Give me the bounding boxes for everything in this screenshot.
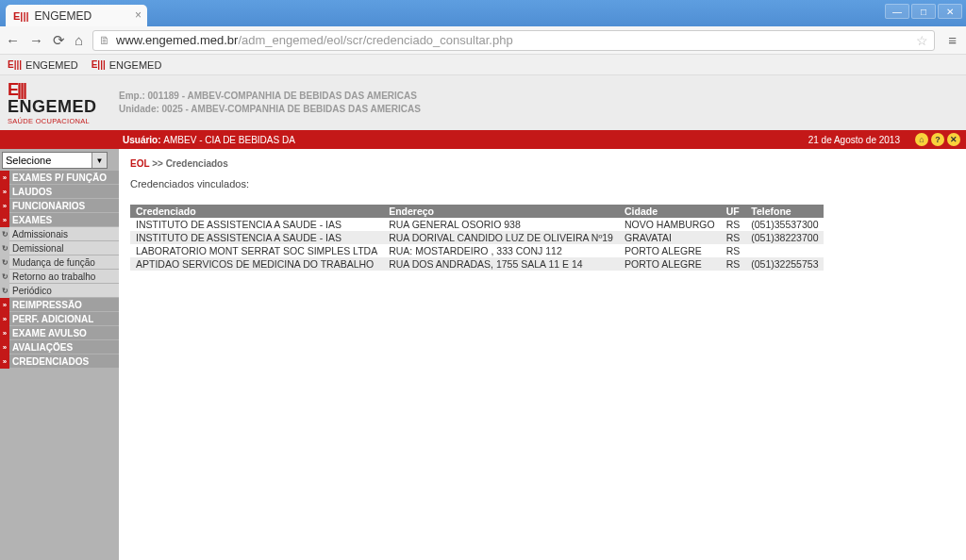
- exit-round-button[interactable]: ✕: [947, 133, 960, 146]
- browser-tab[interactable]: E||| ENGEMED ×: [6, 5, 147, 26]
- unidade-label: Unidade:: [119, 104, 159, 114]
- forward-button[interactable]: →: [29, 32, 43, 48]
- table-cell: NOVO HAMBURGO: [619, 218, 721, 231]
- logo: E||| ENGEMED SAÚDE OCUPACIONAL: [8, 81, 113, 125]
- bookmark-item[interactable]: E||| ENGEMED: [92, 59, 162, 71]
- bookmark-star-icon[interactable]: ☆: [916, 33, 928, 48]
- sidebar-item[interactable]: ↻Mudança de função: [0, 255, 119, 270]
- url-input[interactable]: 🗎 www.engemed.med.br/adm_engemed/eol/scr…: [92, 30, 935, 51]
- page-icon: 🗎: [99, 34, 110, 47]
- sidebar-item-label: Periódico: [12, 286, 52, 296]
- table-row: APTIDAO SERVICOS DE MEDICINA DO TRABALHO…: [130, 257, 824, 271]
- logo-text: ENGEMED: [8, 97, 97, 116]
- table-cell: RUA DORIVAL CANDIDO LUZ DE OLIVEIRA Nº19: [383, 231, 619, 244]
- table-cell: (051)32255753: [745, 257, 824, 271]
- refresh-icon: ↻: [0, 270, 9, 284]
- sidebar-item[interactable]: »EXAME AVULSO: [0, 326, 119, 340]
- refresh-icon: ↻: [0, 284, 9, 298]
- breadcrumb-page: Credenciados: [166, 158, 228, 169]
- sidebar-item[interactable]: ↻Retorno ao trabalho: [0, 270, 119, 284]
- sidebar-select[interactable]: Selecione ▼: [2, 152, 108, 169]
- bookmark-label: ENGEMED: [25, 59, 78, 71]
- browser-tabstrip: E||| ENGEMED × — □ ✕: [0, 0, 966, 26]
- window-minimize-button[interactable]: —: [885, 4, 909, 19]
- table-cell: RUA GENERAL OSORIO 938: [383, 218, 619, 231]
- window-maximize-button[interactable]: □: [911, 4, 936, 19]
- table-header: Telefone: [745, 205, 824, 218]
- sidebar-item-label: Mudança de função: [12, 257, 95, 268]
- sidebar-item[interactable]: »LAUDOS: [0, 185, 119, 199]
- chevron-right-icon: »: [0, 340, 9, 354]
- sidebar-item-label: FUNCIONÁRIOS: [12, 201, 85, 211]
- select-value: Selecione: [6, 155, 51, 166]
- table-cell: PORTO ALEGRE: [619, 257, 721, 271]
- close-tab-icon[interactable]: ×: [135, 8, 142, 22]
- table-row: LABORATORIO MONT SERRAT SOC SIMPLES LTDA…: [130, 244, 824, 257]
- sidebar-item-label: Retorno ao trabalho: [12, 272, 95, 282]
- sidebar-item-label: Admissionais: [12, 229, 68, 239]
- table-header: Cidade: [619, 205, 721, 218]
- table-cell: GRAVATAI: [619, 231, 721, 244]
- table-cell: RS: [721, 218, 746, 231]
- sidebar-item[interactable]: »PERF. ADICIONAL: [0, 312, 119, 326]
- table-header: Credenciado: [130, 205, 383, 218]
- url-host: www.engemed.med.br: [116, 33, 238, 47]
- emp-value: 001189 - AMBEV-COMPANHIA DE BEBIDAS DAS …: [148, 91, 417, 101]
- sidebar-item[interactable]: »REIMPRESSÃO: [0, 298, 119, 312]
- table-cell: LABORATORIO MONT SERRAT SOC SIMPLES LTDA: [130, 244, 383, 257]
- home-button[interactable]: ⌂: [75, 32, 83, 48]
- table-cell: RS: [721, 244, 746, 257]
- unidade-value: 0025 - AMBEV-COMPANHIA DE BEBIDAS DAS AM…: [162, 104, 421, 114]
- chevron-right-icon: »: [0, 185, 9, 199]
- tab-title: ENGEMED: [35, 9, 92, 23]
- sidebar-item[interactable]: ↻Periódico: [0, 284, 119, 298]
- sidebar-item[interactable]: »AVALIAÇÕES: [0, 340, 119, 354]
- page-description: Credenciados vinculados:: [130, 178, 955, 189]
- table-cell: INSTITUTO DE ASSISTENCIA A SAUDE - IAS: [130, 231, 383, 244]
- sidebar: Selecione ▼ »EXAMES P/ FUNÇÃO»LAUDOS»FUN…: [0, 149, 119, 560]
- table-header: UF: [721, 205, 746, 218]
- chevron-right-icon: »: [0, 298, 9, 312]
- window-close-button[interactable]: ✕: [938, 4, 962, 19]
- sidebar-item[interactable]: »FUNCIONÁRIOS: [0, 199, 119, 213]
- table-header: Endereço: [383, 205, 619, 218]
- engemed-favicon: E|||: [8, 59, 22, 70]
- sidebar-item-label: Demissional: [12, 243, 63, 254]
- sidebar-item-label: LAUDOS: [12, 187, 52, 197]
- browser-nav-bar: ← → ⟳ ⌂ 🗎 www.engemed.med.br/adm_engemed…: [0, 26, 966, 55]
- url-path: /adm_engemed/eol/scr/credenciado_consult…: [238, 33, 512, 47]
- company-info: Emp.: 001189 - AMBEV-COMPANHIA DE BEBIDA…: [113, 90, 421, 116]
- user-name: AMBEV - CIA DE BEBIDAS DA: [163, 135, 294, 145]
- sidebar-item[interactable]: »EXAMES P/ FUNÇÃO: [0, 171, 119, 185]
- sidebar-item[interactable]: ↻Demissional: [0, 241, 119, 255]
- table-cell: RS: [721, 257, 746, 271]
- table-cell: INSTITUTO DE ASSISTENCIA A SAUDE - IAS: [130, 218, 383, 231]
- reload-button[interactable]: ⟳: [53, 32, 65, 49]
- bookmark-item[interactable]: E||| ENGEMED: [8, 59, 78, 71]
- logo-subtitle: SAÚDE OCUPACIONAL: [8, 117, 90, 125]
- refresh-icon: ↻: [0, 241, 9, 255]
- bookmark-label: ENGEMED: [109, 59, 162, 71]
- sidebar-item-label: PERF. ADICIONAL: [12, 314, 93, 324]
- home-round-button[interactable]: ⌂: [915, 133, 928, 146]
- sidebar-item-label: REIMPRESSÃO: [12, 300, 82, 310]
- back-button[interactable]: ←: [6, 32, 20, 48]
- sidebar-item[interactable]: »EXAMES: [0, 213, 119, 227]
- bookmarks-bar: E||| ENGEMED E||| ENGEMED: [0, 55, 966, 75]
- browser-menu-icon[interactable]: ≡: [944, 32, 960, 48]
- sidebar-item-label: AVALIAÇÕES: [12, 342, 73, 353]
- refresh-icon: ↻: [0, 227, 9, 241]
- table-cell: RUA DOS ANDRADAS, 1755 SALA 11 E 14: [383, 257, 619, 271]
- user-label: Usuário:: [123, 135, 161, 145]
- breadcrumb-root: EOL: [130, 158, 149, 169]
- sidebar-item[interactable]: ↻Admissionais: [0, 227, 119, 241]
- help-round-button[interactable]: ?: [931, 133, 944, 146]
- sidebar-item[interactable]: »CREDENCIADOS: [0, 354, 119, 369]
- chevron-down-icon: ▼: [92, 153, 107, 168]
- table-row: INSTITUTO DE ASSISTENCIA A SAUDE - IASRU…: [130, 231, 824, 244]
- chevron-right-icon: »: [0, 199, 9, 213]
- table-cell: RUA: MOSTARDEIRO , 333 CONJ 112: [383, 244, 619, 257]
- sidebar-item-label: EXAME AVULSO: [12, 328, 87, 338]
- chevron-right-icon: »: [0, 171, 9, 185]
- sidebar-item-label: EXAMES P/ FUNÇÃO: [12, 173, 107, 183]
